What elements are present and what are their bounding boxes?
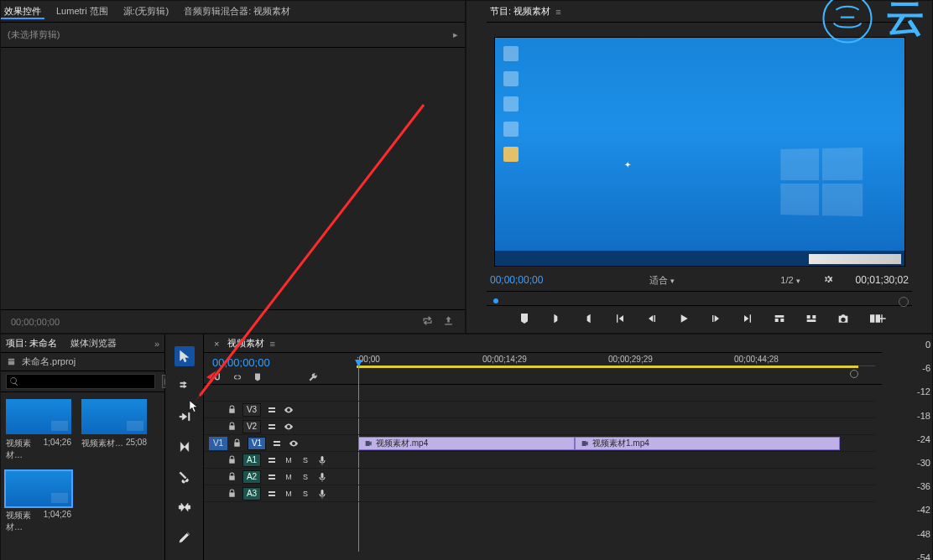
- overflow-icon[interactable]: »: [154, 339, 159, 349]
- linked-selection-icon[interactable]: [232, 372, 242, 384]
- program-monitor-canvas[interactable]: ✦: [494, 37, 905, 267]
- project-bin-item[interactable]: 视频素材…25;08: [81, 399, 147, 461]
- step-fwd-icon[interactable]: [709, 312, 722, 327]
- timeline-current-timecode[interactable]: 00;00;00;00: [212, 356, 348, 369]
- lock-icon[interactable]: [227, 455, 237, 465]
- lock-icon[interactable]: [227, 422, 237, 432]
- sync-lock-icon[interactable]: [266, 421, 278, 433]
- s-button[interactable]: S: [300, 454, 311, 466]
- tool-razor[interactable]: [175, 467, 195, 487]
- tab-program[interactable]: 节目: 视频素材: [490, 5, 550, 18]
- video-track-lane[interactable]: [357, 402, 875, 418]
- tab-project[interactable]: 项目: 未命名: [6, 337, 57, 350]
- lock-icon[interactable]: [227, 472, 237, 482]
- extract-icon[interactable]: [805, 312, 818, 327]
- project-bin-item[interactable]: 视频素材…1;04;26: [6, 399, 71, 461]
- tool-rate-stretch[interactable]: [175, 437, 195, 457]
- play-icon[interactable]: [677, 312, 691, 327]
- sync-lock-icon[interactable]: [271, 438, 283, 449]
- eye-icon[interactable]: [288, 438, 300, 449]
- bin-name: 视频素材…: [81, 438, 123, 449]
- lift-icon[interactable]: [773, 312, 786, 327]
- program-scrubber[interactable]: [487, 291, 912, 306]
- clip-name: 视频素材.mp4: [376, 438, 428, 449]
- program-current-timecode[interactable]: 00;00;00;00: [490, 274, 543, 286]
- close-sequence-icon[interactable]: ×: [214, 339, 219, 349]
- panel-menu-icon[interactable]: ≡: [269, 339, 274, 349]
- loop-icon[interactable]: [421, 314, 434, 329]
- snap-icon[interactable]: [212, 372, 222, 384]
- project-bin-item[interactable]: 视频素材…1;04;26: [6, 471, 71, 533]
- track-target-V1[interactable]: V1: [248, 437, 266, 450]
- goto-in-icon[interactable]: [613, 312, 627, 327]
- tool-slip[interactable]: [175, 497, 195, 517]
- video-track-lane[interactable]: 视频素材.mp4视频素材1.mp4: [357, 435, 875, 452]
- video-track-lane[interactable]: [357, 418, 875, 435]
- track-target-A1[interactable]: A1: [242, 454, 261, 467]
- sequence-tab[interactable]: 视频素材: [227, 337, 264, 350]
- mic-icon[interactable]: [316, 488, 328, 500]
- mic-icon[interactable]: [316, 454, 328, 466]
- step-back-icon[interactable]: [645, 312, 659, 327]
- in-point-icon[interactable]: [550, 312, 563, 327]
- audio-track-lane[interactable]: [357, 469, 875, 485]
- tool-pen[interactable]: [175, 527, 195, 547]
- s-button[interactable]: S: [300, 488, 311, 500]
- tab-effect-controls[interactable]: 效果控件: [4, 5, 41, 18]
- lock-icon[interactable]: [232, 438, 242, 449]
- eye-icon[interactable]: [283, 404, 294, 416]
- marker-add-icon[interactable]: [253, 372, 263, 384]
- meter-tick: -36: [917, 481, 930, 491]
- timeline-clip[interactable]: 视频素材1.mp4: [575, 437, 840, 450]
- desktop-icon: [503, 147, 519, 162]
- out-point-icon[interactable]: [581, 312, 595, 327]
- project-search-input[interactable]: [6, 374, 155, 389]
- tab-source[interactable]: 源:(无剪辑): [123, 5, 169, 18]
- tool-selection[interactable]: [175, 346, 195, 366]
- export-frame-icon[interactable]: [442, 314, 455, 329]
- timeline-clip[interactable]: 视频素材.mp4: [358, 437, 575, 450]
- m-button[interactable]: M: [283, 454, 294, 466]
- mic-icon[interactable]: [316, 471, 328, 483]
- button-editor-icon[interactable]: [875, 312, 889, 327]
- s-button[interactable]: S: [300, 471, 311, 483]
- track-target-V3[interactable]: V3: [242, 403, 261, 417]
- tab-lumetri[interactable]: Lumetri 范围: [56, 5, 108, 18]
- tab-media-browser[interactable]: 媒体浏览器: [70, 337, 117, 350]
- audio-track-lane[interactable]: [357, 452, 875, 469]
- sync-lock-icon[interactable]: [266, 471, 278, 483]
- tab-audio-clip-mixer[interactable]: 音频剪辑混合器: 视频素材: [184, 5, 290, 18]
- lock-icon[interactable]: [227, 405, 237, 415]
- sync-lock-icon[interactable]: [266, 488, 278, 500]
- sync-lock-icon[interactable]: [266, 404, 278, 416]
- camera-icon[interactable]: [837, 312, 850, 327]
- track-target-A3[interactable]: A3: [242, 487, 261, 500]
- meter-tick: 0: [925, 340, 930, 350]
- m-button[interactable]: M: [283, 471, 294, 483]
- search-icon: [9, 376, 19, 386]
- track-target-V2[interactable]: V2: [242, 420, 261, 433]
- work-area-end-handle[interactable]: [850, 370, 858, 378]
- track-target-A2[interactable]: A2: [242, 470, 261, 484]
- eye-icon[interactable]: [283, 421, 294, 433]
- sync-lock-icon[interactable]: [266, 454, 278, 466]
- audio-track-lane[interactable]: [357, 485, 875, 502]
- meter-tick: -48: [917, 529, 930, 539]
- panel-menu-icon[interactable]: ≡: [555, 7, 560, 17]
- taskbar: [495, 251, 904, 266]
- settings-icon[interactable]: [822, 273, 834, 287]
- source-patch-v1[interactable]: V1: [209, 437, 227, 450]
- ruler-tick: 00;00;44;28: [734, 355, 779, 364]
- m-button[interactable]: M: [283, 488, 294, 500]
- marker-icon[interactable]: [518, 312, 531, 327]
- tool-track-select[interactable]: [175, 376, 195, 397]
- resolution-dropdown[interactable]: 1/2: [780, 275, 800, 285]
- goto-out-icon[interactable]: [741, 312, 754, 327]
- timeline-ruler[interactable]: ;00;0000;00;14;2900;00;29;2900;00;44;28: [357, 353, 882, 384]
- wrench-icon[interactable]: [308, 372, 318, 384]
- chevron-right-icon[interactable]: ▸: [453, 29, 458, 40]
- lock-icon[interactable]: [227, 489, 237, 499]
- zoom-fit-dropdown[interactable]: 适合: [649, 274, 675, 287]
- tool-ripple[interactable]: [175, 407, 195, 427]
- no-clip-selected-label: (未选择剪辑): [8, 29, 60, 41]
